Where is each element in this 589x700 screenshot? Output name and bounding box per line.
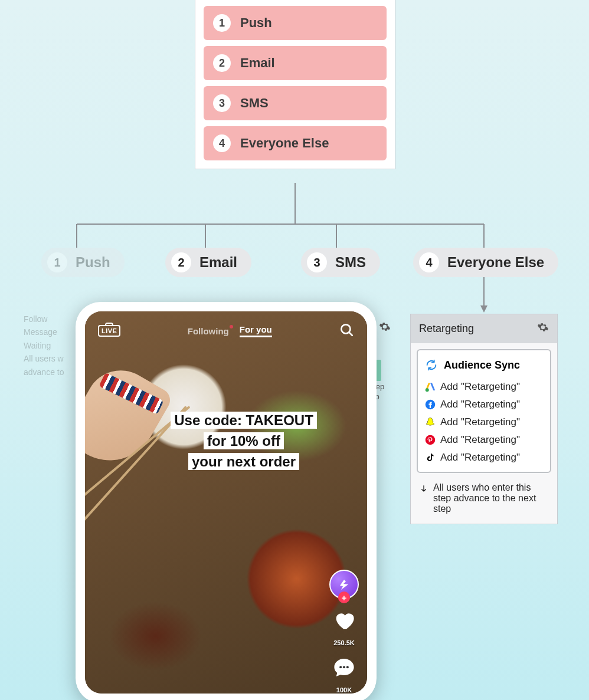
live-icon[interactable]: LIVE xyxy=(98,325,120,337)
provider-label: Add "Retargeting" xyxy=(440,381,520,393)
tab-for-you[interactable]: For you xyxy=(240,324,272,337)
retargeting-card: Retargeting Audience Sync Add "Retargeti… xyxy=(410,314,558,524)
pill-label: Everyone Else xyxy=(447,254,544,271)
retargeting-body: Audience Sync Add "Retargeting" Add "Ret… xyxy=(417,349,551,473)
retargeting-footer-text: All users who enter this step advance to… xyxy=(433,482,549,514)
pill-num: 1 xyxy=(47,252,67,272)
svg-point-16 xyxy=(343,666,345,668)
gear-icon[interactable] xyxy=(379,321,391,333)
branch-pill-email[interactable]: 2 Email xyxy=(165,248,251,277)
retargeting-header: Retargeting xyxy=(411,314,557,343)
pill-num: 2 xyxy=(171,252,191,272)
channel-num: 2 xyxy=(213,54,231,72)
channel-label: Push xyxy=(240,15,272,31)
promo-line: for 10% off xyxy=(204,432,284,449)
svg-point-12 xyxy=(426,435,436,445)
provider-google[interactable]: Add "Retargeting" xyxy=(425,381,543,393)
tab-following[interactable]: Following xyxy=(188,326,229,336)
facebook-icon xyxy=(425,399,436,410)
channel-row-push[interactable]: 1 Push xyxy=(204,6,387,40)
phone-mock: LIVE Following For you Use code: TAKEOUT… xyxy=(76,302,377,700)
provider-facebook[interactable]: Add "Retargeting" xyxy=(425,399,543,410)
channel-num: 4 xyxy=(213,134,231,152)
promo-line: Use code: TAKEOUT xyxy=(171,412,317,429)
like-button[interactable] xyxy=(332,609,356,635)
channel-row-everyone[interactable]: 4 Everyone Else xyxy=(204,126,387,160)
retargeting-title: Retargeting xyxy=(419,323,474,335)
channel-label: Email xyxy=(240,55,275,71)
sync-icon xyxy=(425,359,438,372)
retargeting-footer: All users who enter this step advance to… xyxy=(411,479,557,524)
gear-icon[interactable] xyxy=(537,321,549,336)
pinterest-icon xyxy=(425,435,436,445)
provider-label: Add "Retargeting" xyxy=(440,399,520,410)
pill-label: SMS xyxy=(335,254,366,271)
comment-count: 100K xyxy=(336,686,352,694)
channels-card: 1 Push 2 Email 3 SMS 4 Everyone Else xyxy=(195,0,395,169)
comment-button[interactable] xyxy=(332,656,356,682)
promo-overlay: Use code: TAKEOUT for 10% off your next … xyxy=(156,410,332,472)
pill-label: Push xyxy=(76,254,110,271)
tiktok-side-actions: + 250.5K 100K xyxy=(329,570,359,694)
tiktok-top-bar: LIVE Following For you xyxy=(85,322,367,340)
svg-point-15 xyxy=(339,666,342,668)
snapchat-icon xyxy=(425,417,436,428)
provider-label: Add "Retargeting" xyxy=(440,434,520,446)
provider-label: Add "Retargeting" xyxy=(440,452,520,464)
channel-row-email[interactable]: 2 Email xyxy=(204,46,387,80)
svg-point-10 xyxy=(426,388,429,392)
svg-marker-8 xyxy=(430,383,435,390)
promo-line: your next order xyxy=(188,453,299,470)
audience-sync-row: Audience Sync xyxy=(425,359,543,372)
audience-sync-label: Audience Sync xyxy=(444,359,520,372)
tiktok-icon xyxy=(425,452,436,463)
pill-label: Email xyxy=(199,254,237,271)
follow-plus-icon[interactable]: + xyxy=(338,591,350,603)
like-count: 250.5K xyxy=(333,639,354,646)
pill-num: 4 xyxy=(419,252,439,272)
provider-label: Add "Retargeting" xyxy=(440,416,520,428)
arrow-down-icon xyxy=(419,484,428,496)
tiktok-tabs: Following For you xyxy=(188,324,272,337)
channel-num: 1 xyxy=(213,14,231,32)
search-icon[interactable] xyxy=(339,322,354,340)
food-photo xyxy=(85,311,367,694)
channel-num: 3 xyxy=(213,94,231,112)
channel-row-sms[interactable]: 3 SMS xyxy=(204,86,387,120)
svg-marker-7 xyxy=(480,305,487,313)
pill-num: 3 xyxy=(307,252,327,272)
channel-label: SMS xyxy=(240,96,269,111)
provider-snapchat[interactable]: Add "Retargeting" xyxy=(425,416,543,428)
branch-pill-push[interactable]: 1 Push xyxy=(41,248,125,277)
google-ads-icon xyxy=(425,382,436,392)
branch-pill-sms[interactable]: 3 SMS xyxy=(301,248,380,277)
creator-avatar[interactable]: + xyxy=(329,570,359,599)
tiktok-screen: LIVE Following For you Use code: TAKEOUT… xyxy=(85,311,367,694)
svg-point-17 xyxy=(346,666,349,668)
provider-pinterest[interactable]: Add "Retargeting" xyxy=(425,434,543,446)
provider-tiktok[interactable]: Add "Retargeting" xyxy=(425,452,543,464)
branch-pill-everyone[interactable]: 4 Everyone Else xyxy=(413,248,558,277)
channel-label: Everyone Else xyxy=(240,136,329,151)
svg-line-14 xyxy=(349,333,352,336)
